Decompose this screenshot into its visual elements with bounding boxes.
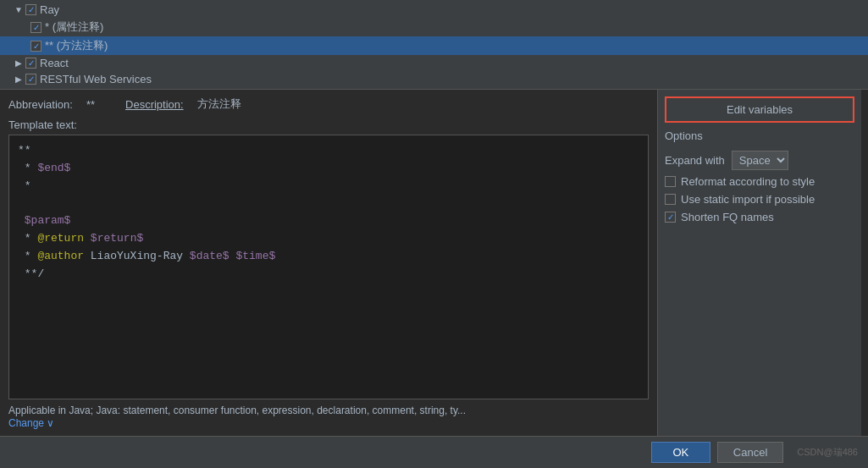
bottom-bar: OK Cancel CSDN@瑞486: [0, 436, 868, 468]
cancel-button[interactable]: Cancel: [717, 442, 783, 463]
checkbox-row-shorten[interactable]: Shorten FQ names: [665, 211, 854, 223]
tree-panel: ▼ Ray * (属性注释) ** (方法注释) ▶ React ▶ RESTf…: [0, 0, 868, 90]
abbreviation-value: **: [86, 98, 95, 111]
edit-variables-button[interactable]: Edit variables: [665, 96, 854, 123]
code-line-5: $param$: [18, 212, 639, 230]
tree-label-react: React: [40, 57, 69, 69]
template-label: Template text:: [8, 118, 649, 131]
code-line-2: * $end$: [18, 160, 639, 178]
options-section: Options Expand with Space Tab Enter Refo…: [665, 129, 854, 223]
tree-arrow-restful[interactable]: ▶: [14, 74, 24, 85]
code-line-6: * @return $return$: [18, 230, 639, 248]
expand-with-label: Expand with: [665, 154, 725, 167]
checkbox-attr[interactable]: [30, 22, 41, 33]
checkbox-static-label: Use static import if possible: [681, 193, 815, 206]
left-panel: Abbreviation: ** Description: 方法注释 Templ…: [0, 90, 658, 436]
tree-item-react[interactable]: ▶ React: [0, 55, 868, 71]
checkbox-method[interactable]: [30, 41, 41, 52]
expand-with-select[interactable]: Space Tab Enter: [732, 151, 788, 170]
checkbox-react[interactable]: [25, 58, 36, 69]
code-line-4: [18, 195, 639, 212]
ok-button[interactable]: OK: [651, 442, 710, 463]
right-panel: Edit variables Options Expand with Space…: [658, 90, 861, 436]
applicable-text: Applicable in Java; Java: statement, con…: [8, 405, 466, 416]
tree-arrow-ray[interactable]: ▼: [14, 5, 24, 15]
meta-row: Abbreviation: ** Description: 方法注释: [8, 96, 649, 112]
scrollbar[interactable]: [861, 90, 868, 436]
checkbox-shorten[interactable]: [665, 212, 676, 223]
checkbox-static[interactable]: [665, 194, 676, 205]
expand-with-row: Expand with Space Tab Enter: [665, 151, 854, 170]
options-title: Options: [665, 129, 854, 142]
code-editor[interactable]: ** * $end$ * $param$ * @return $return$ …: [8, 135, 649, 399]
checkbox-reformat[interactable]: [665, 176, 676, 187]
change-link-row: Change ∨: [8, 416, 649, 429]
abbreviation-label: Abbreviation:: [8, 98, 73, 111]
checkbox-row-reformat[interactable]: Reformat according to style: [665, 175, 854, 188]
checkbox-reformat-label: Reformat according to style: [681, 175, 815, 188]
tree-item-method[interactable]: ** (方法注释): [0, 36, 868, 55]
tree-item-restful[interactable]: ▶ RESTful Web Services: [0, 71, 868, 87]
code-line-3: *: [18, 178, 639, 195]
tree-label-method: ** (方法注释): [45, 38, 108, 53]
checkbox-shorten-label: Shorten FQ names: [681, 211, 774, 223]
applicable-row: Applicable in Java; Java: statement, con…: [8, 405, 649, 416]
tree-item-attr[interactable]: * (属性注释): [0, 18, 868, 36]
description-label: Description:: [125, 98, 184, 111]
tree-arrow-react[interactable]: ▶: [14, 58, 24, 69]
main-content: Abbreviation: ** Description: 方法注释 Templ…: [0, 90, 868, 436]
checkbox-ray[interactable]: [25, 4, 36, 15]
checkbox-row-static[interactable]: Use static import if possible: [665, 193, 854, 206]
code-line-8: **/: [18, 266, 639, 284]
description-value: 方法注释: [197, 96, 241, 112]
tree-label-ray: Ray: [40, 3, 59, 16]
code-line-1: **: [18, 142, 639, 160]
tree-label-attr: * (属性注释): [45, 19, 103, 35]
code-line-7: * @author LiaoYuXing-Ray $date$ $time$: [18, 248, 639, 266]
tree-item-ray[interactable]: ▼ Ray: [0, 2, 868, 18]
tree-label-restful: RESTful Web Services: [40, 73, 152, 85]
csdn-label: CSDN@瑞486: [797, 446, 858, 459]
change-link[interactable]: Change ∨: [8, 417, 54, 429]
checkbox-restful[interactable]: [25, 74, 36, 85]
